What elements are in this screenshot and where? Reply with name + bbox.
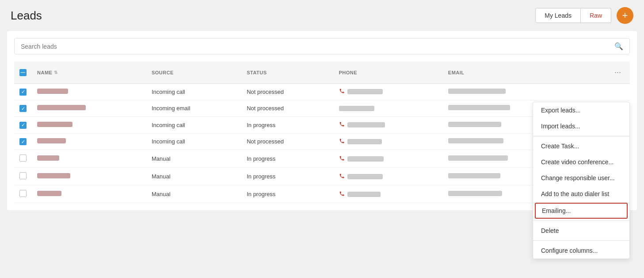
header-actions: ··· — [583, 62, 630, 84]
row-status: In progress — [241, 150, 333, 168]
dropdown-divider-2 — [533, 220, 629, 221]
row-checkbox[interactable] — [19, 122, 27, 129]
dropdown-item-create-task[interactable]: Create Task... — [533, 138, 629, 154]
row-checkbox-cell — [14, 185, 32, 203]
my-leads-button[interactable]: My Leads — [535, 8, 581, 23]
row-status: In progress — [241, 185, 333, 203]
dropdown-item-export[interactable]: Export leads... — [533, 102, 629, 118]
dropdown-item-delete[interactable]: Delete — [533, 223, 629, 239]
row-checkbox-cell — [14, 117, 32, 134]
table-header-row: NAME ⇅ SOURCE STATUS PHONE EMAIL ··· — [14, 62, 630, 84]
row-phone — [334, 150, 443, 168]
row-checkbox-cell — [14, 150, 32, 168]
row-source: Incoming call — [146, 133, 241, 150]
plus-icon: + — [622, 10, 628, 21]
phone-icon — [339, 155, 345, 162]
row-phone — [334, 133, 443, 150]
row-source: Incoming call — [146, 84, 241, 100]
row-phone — [334, 117, 443, 134]
header-email: EMAIL — [443, 62, 583, 84]
row-phone — [334, 84, 443, 100]
row-checkbox[interactable] — [19, 154, 27, 162]
row-name — [32, 150, 146, 168]
table-row: Incoming call Not processed — [14, 84, 630, 100]
row-name — [32, 100, 146, 117]
row-name — [32, 84, 146, 100]
header-source: SOURCE — [146, 62, 241, 84]
header-status: STATUS — [241, 62, 333, 84]
search-bar: 🔍 — [14, 38, 630, 54]
top-actions: My Leads Raw + — [535, 7, 633, 24]
row-actions — [583, 84, 630, 100]
row-checkbox[interactable] — [19, 190, 27, 197]
add-lead-button[interactable]: + — [617, 7, 633, 24]
phone-icon — [339, 191, 345, 198]
row-status: In progress — [241, 168, 333, 185]
row-checkbox[interactable] — [19, 138, 27, 145]
row-source: Manual — [146, 168, 241, 185]
dropdown-menu: Export leads... Import leads... Create T… — [533, 102, 630, 259]
sort-icon: ⇅ — [54, 70, 58, 75]
dropdown-item-import[interactable]: Import leads... — [533, 118, 629, 134]
dropdown-item-video-conf[interactable]: Create video conference... — [533, 154, 629, 170]
dropdown-item-emailing[interactable]: Emailing... — [535, 203, 628, 219]
dropdown-divider-1 — [533, 136, 629, 136]
dropdown-item-auto-dialer[interactable]: Add to the auto dialer list — [533, 186, 629, 202]
dropdown-item-change-user[interactable]: Change responsible user... — [533, 170, 629, 186]
row-email — [443, 84, 583, 100]
more-options-button[interactable]: ··· — [611, 66, 625, 79]
header-name: NAME ⇅ — [32, 62, 146, 84]
header-checkbox-cell — [14, 62, 32, 84]
row-status: Not processed — [241, 133, 333, 150]
page-title: Leads — [11, 9, 42, 23]
raw-button[interactable]: Raw — [581, 8, 611, 23]
row-phone — [334, 185, 443, 203]
row-source: Manual — [146, 150, 241, 168]
row-name — [32, 117, 146, 134]
row-source: Incoming email — [146, 100, 241, 117]
row-checkbox-cell — [14, 84, 32, 100]
search-icon: 🔍 — [614, 42, 623, 50]
header-phone: PHONE — [334, 62, 443, 84]
select-all-checkbox[interactable] — [19, 69, 27, 76]
row-checkbox[interactable] — [19, 172, 27, 179]
dropdown-divider-3 — [533, 240, 629, 241]
row-status: In progress — [241, 117, 333, 134]
row-phone — [334, 168, 443, 185]
dropdown-item-configure[interactable]: Configure columns... — [533, 243, 629, 259]
row-checkbox-cell — [14, 133, 32, 150]
top-bar: Leads My Leads Raw + — [0, 0, 644, 31]
row-phone — [334, 100, 443, 117]
row-checkbox-cell — [14, 168, 32, 185]
phone-icon — [339, 121, 345, 128]
row-status: Not processed — [241, 100, 333, 117]
phone-icon — [339, 173, 345, 180]
row-checkbox-cell — [14, 100, 32, 117]
row-source: Manual — [146, 185, 241, 203]
row-name — [32, 168, 146, 185]
phone-icon — [339, 88, 345, 95]
row-name — [32, 133, 146, 150]
row-checkbox[interactable] — [19, 105, 27, 112]
search-input[interactable] — [21, 43, 614, 50]
row-source: Incoming call — [146, 117, 241, 134]
phone-icon — [339, 138, 345, 145]
row-checkbox[interactable] — [19, 89, 27, 96]
main-content: 🔍 NAME ⇅ SOURCE STATUS PHONE EMAIL · — [7, 31, 637, 210]
row-status: Not processed — [241, 84, 333, 100]
row-name — [32, 185, 146, 203]
